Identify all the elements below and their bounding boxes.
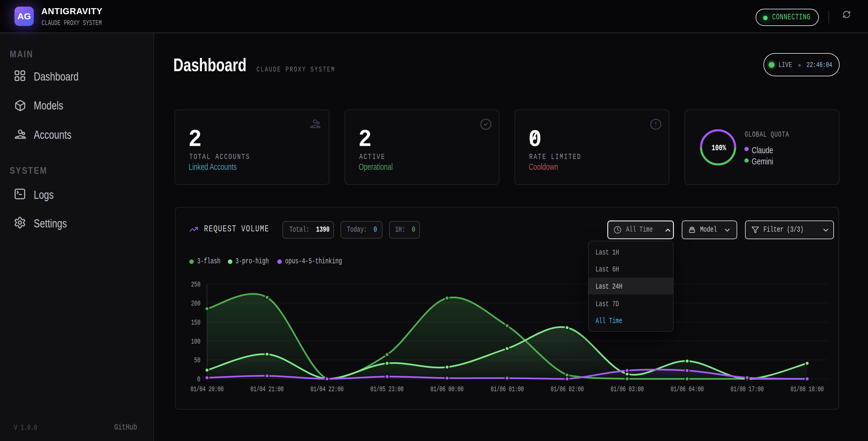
svg-text:0: 0 (197, 376, 200, 383)
svg-text:01/08 17:00: 01/08 17:00 (731, 385, 764, 393)
svg-text:01/08 18:00: 01/08 18:00 (790, 385, 824, 393)
svg-text:200: 200 (191, 300, 200, 308)
svg-text:01/06 03:00: 01/06 03:00 (611, 385, 644, 393)
svg-text:01/06 04:00: 01/06 04:00 (671, 385, 704, 393)
svg-text:01/06 01:00: 01/06 01:00 (491, 385, 524, 393)
svg-text:150: 150 (191, 319, 200, 327)
svg-text:100: 100 (191, 338, 200, 346)
svg-text:50: 50 (194, 356, 200, 364)
svg-text:250: 250 (191, 281, 200, 289)
svg-text:01/04 20:00: 01/04 20:00 (190, 385, 224, 393)
svg-text:01/04 22:00: 01/04 22:00 (310, 385, 344, 393)
svg-text:01/06 02:00: 01/06 02:00 (551, 385, 584, 393)
svg-text:01/05 23:00: 01/05 23:00 (370, 385, 404, 393)
svg-text:01/04 21:00: 01/04 21:00 (250, 385, 284, 393)
svg-text:01/06 00:00: 01/06 00:00 (430, 385, 464, 393)
